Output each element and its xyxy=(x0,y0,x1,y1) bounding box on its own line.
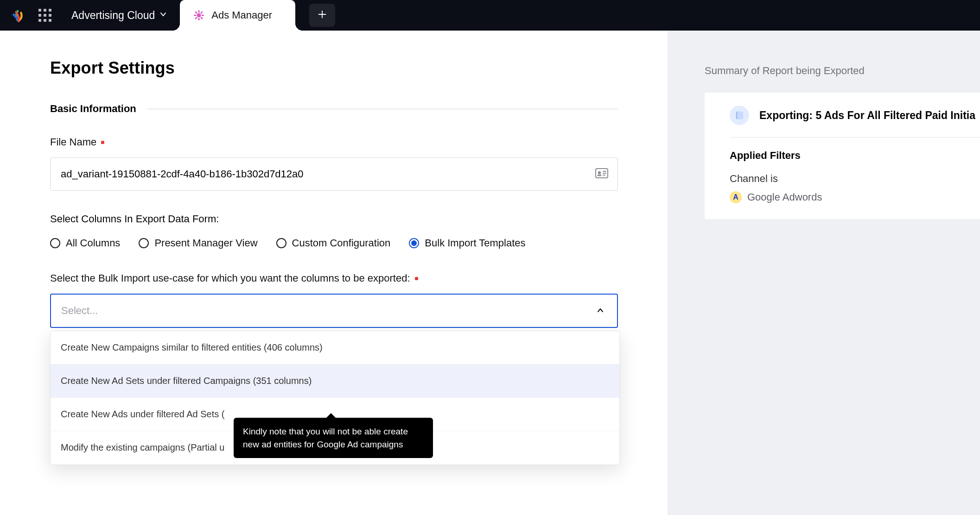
file-name-label: File Name xyxy=(50,136,618,148)
required-indicator-icon xyxy=(415,277,418,280)
file-name-label-text: File Name xyxy=(50,136,96,148)
svg-point-0 xyxy=(197,13,201,18)
main-column: Export Settings Basic Information File N… xyxy=(0,31,668,515)
radio-present-view[interactable]: Present Manager View xyxy=(139,237,257,249)
svg-line-7 xyxy=(196,18,197,19)
svg-line-6 xyxy=(201,18,202,19)
usecase-select-wrap: Select... Create New Campaigns similar t… xyxy=(50,294,618,328)
tab-ads-manager[interactable]: Ads Manager xyxy=(180,0,295,31)
file-name-input[interactable] xyxy=(61,168,585,180)
usecase-select[interactable]: Select... xyxy=(50,294,618,328)
svg-rect-11 xyxy=(598,175,602,176)
columns-radio-group: All Columns Present Manager View Custom … xyxy=(50,237,618,249)
document-icon xyxy=(730,106,749,125)
summary-sidebar: Summary of Report being Exported Exporti… xyxy=(668,31,980,515)
radio-present-view-label: Present Manager View xyxy=(154,237,257,249)
svg-point-10 xyxy=(598,171,601,174)
filter-channel-name: Google Adwords xyxy=(747,191,822,203)
svg-line-5 xyxy=(196,12,197,13)
filter-channel-value: A Google Adwords xyxy=(730,191,980,203)
chevron-down-icon xyxy=(159,11,167,20)
usecase-label: Select the Bulk Import use-case for whic… xyxy=(50,272,618,284)
radio-all-columns-label: All Columns xyxy=(66,237,120,249)
summary-card-header: Exporting: 5 Ads For All Filtered Paid I… xyxy=(730,106,980,138)
summary-card: Exporting: 5 Ads For All Filtered Paid I… xyxy=(705,93,980,219)
id-card-icon[interactable] xyxy=(595,168,608,180)
ads-manager-gear-icon xyxy=(193,9,205,21)
required-indicator-icon xyxy=(101,141,104,144)
tooltip-text: Kindly note that you will not be able cr… xyxy=(243,427,408,449)
svg-rect-13 xyxy=(603,173,606,174)
radio-all-columns[interactable]: All Columns xyxy=(50,237,120,249)
usecase-select-placeholder: Select... xyxy=(61,305,98,317)
radio-icon xyxy=(276,238,286,248)
top-bar: Advertising Cloud Ads xyxy=(0,0,980,31)
dropdown-option-create-adsets[interactable]: Create New Ad Sets under filtered Campai… xyxy=(51,364,619,398)
section-basic-info: Basic Information xyxy=(50,103,618,115)
radio-icon xyxy=(139,238,149,248)
svg-line-8 xyxy=(201,12,202,13)
tooltip-google-ad-warning: Kindly note that you will not be able cr… xyxy=(234,418,433,458)
radio-bulk-import[interactable]: Bulk Import Templates xyxy=(409,237,525,249)
google-adwords-icon: A xyxy=(730,191,742,203)
radio-bulk-import-label: Bulk Import Templates xyxy=(425,237,525,249)
new-tab-button[interactable] xyxy=(309,4,335,27)
svg-rect-14 xyxy=(603,175,605,176)
cloud-switcher[interactable]: Advertising Cloud xyxy=(63,9,180,22)
dropdown-option-create-campaigns[interactable]: Create New Campaigns similar to filtered… xyxy=(51,331,619,364)
columns-label: Select Columns In Export Data Form: xyxy=(50,213,618,225)
usecase-label-text: Select the Bulk Import use-case for whic… xyxy=(50,272,410,284)
radio-custom-config[interactable]: Custom Configuration xyxy=(276,237,391,249)
radio-icon xyxy=(50,238,60,248)
filter-channel-is: Channel is xyxy=(730,173,980,185)
applied-filters-label: Applied Filters xyxy=(730,150,980,162)
radio-icon xyxy=(409,238,419,248)
brand-logo-icon[interactable] xyxy=(10,7,27,24)
radio-custom-config-label: Custom Configuration xyxy=(292,237,391,249)
app-switcher-icon[interactable] xyxy=(37,7,53,23)
summary-title: Summary of Report being Exported xyxy=(705,65,980,77)
page-body: Export Settings Basic Information File N… xyxy=(0,31,980,515)
section-basic-info-label: Basic Information xyxy=(50,103,136,115)
svg-rect-12 xyxy=(603,171,606,172)
plus-icon xyxy=(317,9,327,21)
tab-label: Ads Manager xyxy=(211,9,272,21)
summary-card-title: Exporting: 5 Ads For All Filtered Paid I… xyxy=(759,109,975,122)
page-title: Export Settings xyxy=(50,58,618,78)
topbar-left: Advertising Cloud xyxy=(0,0,180,31)
file-name-input-wrap[interactable] xyxy=(50,157,618,191)
cloud-switcher-label: Advertising Cloud xyxy=(71,9,155,22)
svg-rect-16 xyxy=(737,112,743,119)
chevron-up-icon xyxy=(597,305,604,317)
section-divider xyxy=(147,109,618,109)
